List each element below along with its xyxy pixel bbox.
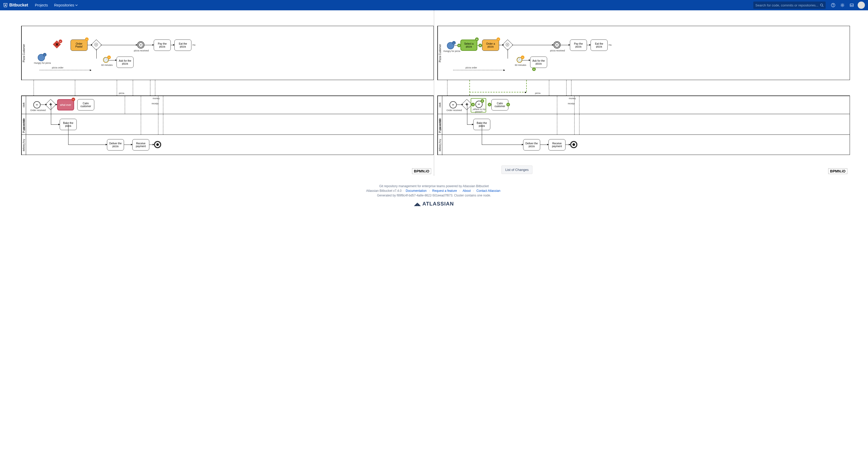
bpmn-logo-r[interactable]: BPMN.iO (828, 168, 847, 174)
task-whatever-left[interactable]: what ever (57, 99, 74, 110)
start-marker: → (43, 53, 46, 57)
task-pay-left[interactable]: Pay the pizza (154, 39, 171, 51)
footer-version: Atlassian Bitbucket v7.4.0 (366, 189, 401, 193)
where-pizza-label: „where is my pizza?" (472, 108, 486, 113)
pizza-order-label: pizza order (52, 66, 64, 69)
header-icons (830, 2, 865, 9)
svg-rect-0 (5, 5, 6, 6)
msgflow-added (469, 80, 470, 96)
timer-label-r: 60 minutes (514, 64, 527, 66)
lane-delivery-label-r: delivery boy (438, 135, 442, 155)
start-marker-r: → (452, 41, 456, 45)
lane-chef-label: pizza chef (22, 114, 26, 135)
flow (587, 45, 591, 45)
footer-tagline: Git repository management for enterprise… (0, 184, 868, 188)
avatar[interactable] (858, 2, 865, 9)
nav-repositories[interactable]: Repositories (52, 2, 80, 9)
footer-generated: Generated by f89f8c4f-bd57-4a8e-8622-501… (0, 194, 868, 197)
bpmn-logo[interactable]: BPMN.iO (412, 168, 431, 174)
msgflow (133, 80, 133, 96)
left-panel: Pizza Customer ✕ − → Hungry for pizza Or… (18, 10, 434, 175)
added-marker: + (480, 99, 484, 103)
flow (565, 144, 570, 145)
removed-marker: − (71, 98, 75, 101)
footer-request-link[interactable]: Request a feature (432, 189, 457, 193)
flow (96, 49, 97, 59)
order-received-label-r: Order received (446, 109, 462, 111)
task-ask-left[interactable]: Ask for the pizza (117, 57, 133, 68)
end-event-left[interactable] (154, 141, 161, 148)
msg-catch-right[interactable]: ✉ (553, 41, 561, 48)
task-deliver-left[interactable]: Deliver the pizza (107, 139, 124, 150)
end-event-right[interactable] (570, 141, 578, 148)
hu-label: Hu (192, 44, 195, 46)
product-name: Bitbucket (9, 3, 28, 7)
msg-catch-left[interactable]: ✉ (137, 41, 145, 48)
pizza-order-label-r: pizza order (466, 66, 477, 69)
gear-icon[interactable] (839, 2, 846, 8)
lane-delivery-left: delivery boy Deliver the pizza Receive p… (22, 135, 433, 155)
msgflow (141, 114, 141, 135)
flow (145, 45, 154, 45)
task-eat-right[interactable]: Eat the pizza (591, 39, 608, 51)
search-input[interactable] (755, 3, 820, 7)
changed-marker: ~ (107, 56, 111, 59)
task-receive-pay-left[interactable]: Receive payment (132, 139, 149, 150)
msgflow (75, 80, 75, 96)
flow (100, 45, 137, 45)
task-calm-left[interactable]: Calm customer (77, 99, 94, 110)
lane-chef-label-r: pizza chef (438, 114, 442, 135)
footer-docs-link[interactable]: Documentation (406, 189, 427, 193)
receipt-label: receipt (152, 102, 159, 105)
task-receive-pay-right[interactable]: Receive payment (549, 139, 565, 150)
help-icon[interactable] (830, 2, 836, 8)
msgflow (557, 114, 557, 135)
msgflow (158, 114, 158, 135)
flow (51, 105, 51, 125)
pool-customer-left: Pizza Customer ✕ − → Hungry for pizza Or… (21, 26, 434, 80)
order-received-event-r[interactable]: ✉ (450, 101, 457, 108)
task-eat-left[interactable]: Eat the pizza (175, 39, 191, 51)
svg-point-4 (842, 4, 843, 6)
flow (482, 125, 482, 144)
nav-projects[interactable]: Projects (32, 2, 51, 9)
task-select-r[interactable]: Select a pizza (460, 39, 477, 51)
flow (507, 49, 508, 59)
flow (68, 144, 107, 145)
flow (512, 45, 553, 45)
nav-links: Projects Repositories (32, 2, 80, 9)
flow (561, 45, 570, 45)
msgflow (163, 114, 163, 135)
pizza-label-r: pizza (535, 92, 540, 95)
atlassian-logo[interactable]: ◢◣ ATLASSIAN (0, 201, 868, 207)
added-marker: + (506, 103, 510, 106)
flow (171, 45, 175, 45)
order-received-event[interactable]: ✉ (33, 101, 40, 108)
task-order-left[interactable]: Order Pasta! (70, 39, 88, 51)
msgflow (453, 70, 505, 70)
task-ask-right[interactable]: Ask for the pizza (530, 57, 547, 68)
task-pay-right[interactable]: Pay the pizza (570, 39, 587, 51)
task-order-r[interactable]: Order a pizza (482, 39, 499, 51)
msgflow-added (469, 92, 526, 93)
msgflow (571, 80, 571, 96)
task-calm-right[interactable]: Calm customer (491, 99, 508, 110)
search-box[interactable] (753, 2, 826, 9)
footer-about-link[interactable]: About (463, 189, 471, 193)
flow (467, 105, 467, 125)
product-logo[interactable]: Bitbucket (3, 3, 28, 7)
chevron-down-icon (75, 4, 78, 6)
list-of-changes-button[interactable]: List of Changes (501, 166, 532, 174)
pizza-label: pizza (119, 92, 124, 95)
msgflow (557, 96, 557, 114)
start-label: Hungry for pizza (33, 62, 52, 64)
order-received-label: Order received (30, 109, 46, 111)
lane-delivery-right: delivery boy Deliver the pizza Receive p… (438, 135, 850, 155)
bitbucket-icon (3, 3, 8, 7)
lane-chef-right: pizza chef Bake the pizza (438, 114, 850, 135)
task-deliver-right[interactable]: Deliver the pizza (523, 139, 540, 150)
lane-clerk-label: clerk (22, 96, 26, 114)
footer-contact-link[interactable]: Contact Atlassian (476, 189, 500, 193)
added-marker: + (478, 44, 482, 47)
inbox-icon[interactable] (848, 2, 855, 8)
